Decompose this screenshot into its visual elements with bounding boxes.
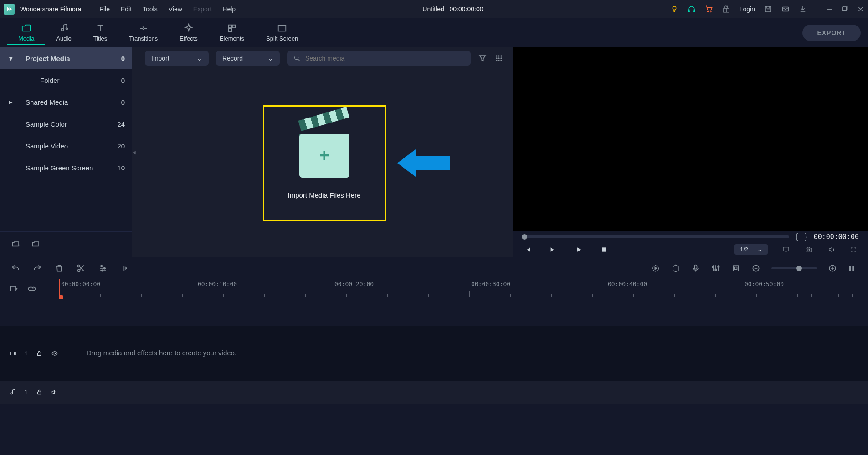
search-icon [293,55,301,62]
prev-frame-icon[interactable] [524,246,531,253]
track-volume-icon[interactable] [51,389,58,395]
grid-view-icon[interactable] [494,54,503,63]
undo-icon[interactable] [11,264,20,273]
display-icon[interactable] [781,246,791,253]
app-name: Wondershare Filmora [20,5,81,13]
filter-icon[interactable] [478,54,487,63]
svg-point-32 [102,270,103,271]
menu-help[interactable]: Help [222,5,236,13]
svg-point-46 [54,353,56,354]
split-icon[interactable] [77,264,86,273]
eye-icon[interactable] [51,350,58,357]
sidebar-item-sample-video[interactable]: Sample Video20 [0,135,132,157]
new-folder-plus-icon[interactable] [11,240,20,249]
marker-icon[interactable] [671,264,680,273]
mail-icon[interactable] [781,5,790,13]
minimize-icon[interactable]: ─ [825,5,833,13]
sidebar-item-sample-green-screen[interactable]: Sample Green Screen10 [0,157,132,179]
sidebar: ▾ Project Media0 Folder0 ▸ Shared Media0… [0,47,132,257]
timeline-ruler[interactable]: 00:00:00:0000:00:10:0000:00:20:0000:00:3… [59,279,868,299]
menu-edit[interactable]: Edit [121,5,132,13]
play-icon[interactable] [575,246,582,253]
zoom-slider[interactable] [771,267,817,269]
lightbulb-icon[interactable] [670,5,678,13]
maximize-icon[interactable] [841,5,849,13]
empty-track-message: Drag media and effects here to create yo… [59,326,868,357]
chevron-down-icon: ⌄ [268,55,273,62]
sidebar-item-project-media[interactable]: ▾ Project Media0 [0,47,132,69]
next-frame-icon[interactable] [550,246,557,253]
tab-transitions[interactable]: Transitions [118,21,169,44]
timeline-view-icon[interactable] [848,264,857,273]
audio-wave-icon[interactable] [120,264,129,273]
download-icon[interactable] [799,5,807,13]
preview-timecode: 00:00:00:00 [814,233,859,241]
snapshot-icon[interactable] [804,246,813,253]
sidebar-item-sample-color[interactable]: Sample Color24 [0,113,132,135]
tab-audio[interactable]: Audio [45,21,82,44]
record-dropdown[interactable]: Record⌄ [216,51,280,66]
fullscreen-icon[interactable] [850,246,859,253]
redo-icon[interactable] [33,264,42,273]
timeline-tracks-body[interactable]: Drag media and effects here to create yo… [59,299,868,455]
svg-point-14 [295,56,298,60]
mark-out-icon[interactable]: } [805,232,807,241]
menu-export: Export [193,5,211,13]
save-icon[interactable] [764,5,772,13]
tab-elements[interactable]: Elements [209,21,255,44]
preview-quality-dropdown[interactable]: 1/2⌄ [734,244,768,255]
lock-icon[interactable] [36,350,42,357]
folder-icon[interactable] [31,240,40,249]
delete-icon[interactable] [55,264,64,273]
tab-effects[interactable]: Effects [169,21,209,44]
gift-icon[interactable] [722,5,730,13]
svg-rect-25 [783,247,789,251]
svg-rect-10 [229,25,231,28]
svg-point-0 [673,6,676,10]
svg-point-15 [496,55,497,56]
settings-slider-icon[interactable] [98,264,108,273]
import-dropdown[interactable]: Import⌄ [145,51,209,66]
menu-view[interactable]: View [169,5,182,13]
headphones-icon[interactable] [688,5,696,13]
preview-viewport[interactable] [513,47,868,231]
svg-point-3 [707,11,708,12]
chevron-down-icon: ⌄ [757,246,762,253]
search-media-input[interactable] [287,51,471,66]
login-button[interactable]: Login [740,5,755,13]
svg-point-19 [498,57,499,59]
sidebar-item-folder[interactable]: Folder0 [0,69,132,91]
mixer-icon[interactable] [711,264,720,273]
add-track-icon[interactable] [9,284,18,293]
cart-icon[interactable] [705,5,713,13]
svg-point-30 [101,265,102,266]
crop-icon[interactable] [731,264,740,273]
lock-icon[interactable] [36,389,42,395]
tab-splitscreen[interactable]: Split Screen [255,21,309,44]
import-media-dropzone[interactable]: + Import Media Files Here [263,105,386,221]
voiceover-icon[interactable] [691,264,700,273]
sidebar-item-shared-media[interactable]: ▸ Shared Media0 [0,91,132,113]
preview-panel: { } 00:00:00:00 1/2⌄ [513,47,868,257]
preview-scrubber[interactable] [522,235,789,238]
tab-titles[interactable]: Titles [82,21,118,44]
main-tabs: Media Audio Titles Transitions Effects E… [0,18,868,47]
stop-icon[interactable] [601,246,608,253]
close-icon[interactable]: ✕ [856,5,864,13]
link-icon[interactable] [27,284,36,293]
svg-rect-42 [852,266,854,271]
tab-media[interactable]: Media [7,21,45,45]
playhead[interactable] [59,279,60,299]
menu-tools[interactable]: Tools [143,5,158,13]
svg-point-17 [500,55,502,56]
volume-icon[interactable] [827,246,836,253]
menu-file[interactable]: File [99,5,110,13]
vertical-divider[interactable] [132,47,136,257]
clapperboard-icon: + [299,128,349,178]
document-title: Untitled : 00:00:00:00 [236,5,670,13]
render-icon[interactable] [651,264,660,273]
zoom-in-icon[interactable] [828,264,837,273]
zoom-out-icon[interactable] [751,264,760,273]
mark-in-icon[interactable]: { [796,232,798,241]
svg-rect-11 [232,25,235,28]
